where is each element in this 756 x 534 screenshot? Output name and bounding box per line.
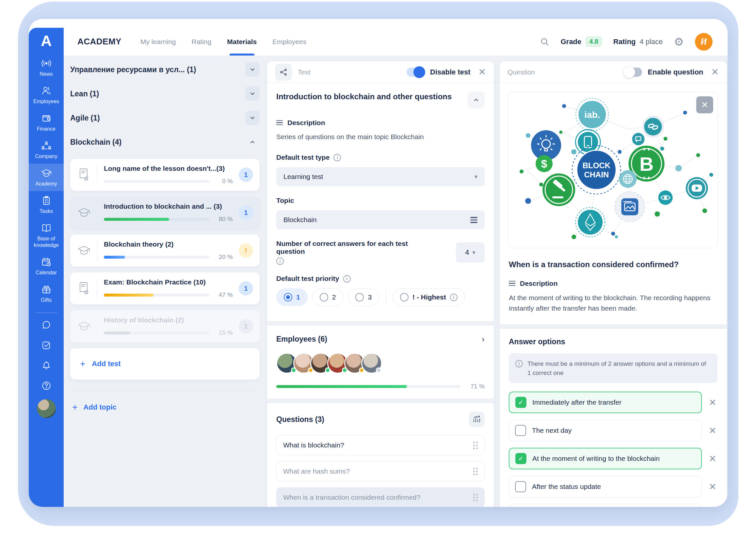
sidebar-item-tasks[interactable]: Tasks [29,191,64,219]
sidebar-item-gifts[interactable]: Gifts [29,280,64,307]
delete-answer-icon[interactable]: ✕ [708,397,717,408]
sidebar: A News Employees Finance Company Academy [29,28,64,507]
add-topic-label: Add topic [83,403,116,412]
dollar-label: $ [541,157,547,170]
expand-button[interactable] [245,62,259,77]
expand-button[interactable] [245,111,259,125]
app-logo[interactable]: A [29,28,64,54]
employee-avatar[interactable] [361,353,382,374]
sidebar-item-base-of-knowledge[interactable]: Base of knowledge [29,219,64,253]
calendar-icon [41,257,52,267]
chart-icon [473,415,481,423]
progress-bar [104,218,169,221]
info-icon[interactable]: i [450,294,458,301]
lesson-card-selected[interactable]: Introduction to blockchain and ... (3) 8… [70,197,259,228]
topic-group-label: Blockchain (4) [70,138,122,147]
add-answer-button[interactable]: Add answer [509,504,702,507]
topic-group-agile[interactable]: Agile (1) [70,110,259,125]
checkbox-checked-icon[interactable]: ✓ [515,453,526,464]
collapse-section-button[interactable] [468,92,485,108]
close-question-panel-icon[interactable]: ✕ [711,67,719,77]
tab-rating[interactable]: Rating [192,28,212,56]
tab-materials[interactable]: Materials [227,28,257,56]
checkbox-icon[interactable] [515,481,526,492]
sidebar-notifications-button[interactable] [29,355,64,376]
close-test-panel-icon[interactable]: ✕ [478,67,486,77]
add-topic-button[interactable]: + Add topic [70,403,259,412]
sidebar-item-finance[interactable]: Finance [29,109,64,136]
disable-test-toggle[interactable] [407,67,424,77]
graduation-cap-icon [75,320,93,333]
question-row-selected[interactable]: When is a transaction considered confirm… [276,487,485,507]
topic-group-resources[interactable]: Управление ресурсами в усл... (1) [70,62,259,77]
questions-section-title: Questions (3) [276,415,324,424]
priority-option-2[interactable]: 2 [312,288,343,306]
search-icon[interactable] [540,37,550,47]
lesson-card[interactable]: Blockchain theory (2) 20 % ! [70,234,259,267]
sidebar-item-calendar[interactable]: Calendar [29,253,64,280]
correct-answers-select[interactable]: 4 ▾ [456,242,485,263]
info-icon[interactable]: i [276,257,284,265]
progress-track [104,294,209,297]
topic-group-lean[interactable]: Lean (1) [70,86,259,101]
info-icon[interactable]: i [334,154,341,161]
lesson-card[interactable]: Exam: Blockchain Practice (10) 47 % 1 [70,272,259,305]
graduation-cap-icon [75,244,93,257]
checkbox-checked-icon[interactable]: ✓ [515,397,526,408]
drag-handle[interactable] [473,494,478,501]
warning-badge: ! [239,243,253,258]
priority-option-1[interactable]: 1 [276,288,308,306]
list-icon[interactable] [470,217,477,223]
lesson-card-disabled[interactable]: History of blockchain (2) 15 % 1 [70,310,259,342]
settings-gear-icon[interactable]: ⚙ [674,36,684,47]
priority-option-highest[interactable]: ! - Highesti [392,288,465,306]
progress-bar [104,256,125,259]
company-avatar[interactable]: И [695,33,713,51]
drag-handle[interactable] [473,441,478,449]
question-row[interactable]: What are hash sums? [276,461,485,481]
question-row[interactable]: What is blockchain? [276,435,485,455]
answer-row: ✓ At the moment of writing to the blockc… [509,448,717,469]
rating-indicator: Rating 4 place [613,38,662,46]
answer-option[interactable]: ✓ Immediately after the transfer [509,391,702,413]
topic-field-label: Topic [276,197,294,204]
info-icon[interactable]: i [343,275,351,282]
enable-question-toggle[interactable] [624,67,642,77]
expand-button[interactable] [245,87,259,101]
progress-track [104,256,209,259]
employees-section: Employees (6) › 71 % [267,326,494,398]
delete-answer-icon[interactable]: ✕ [708,425,717,436]
lesson-card[interactable]: Long name of the lesson doesn't...(3) 0 … [70,159,259,191]
sidebar-approvals-button[interactable] [29,335,64,355]
sidebar-item-academy[interactable]: Academy [29,164,64,191]
topic-input[interactable]: Blockchain [276,210,485,229]
priority-option-3[interactable]: 3 [348,288,379,306]
remove-image-button[interactable]: ✕ [696,96,713,113]
divider [97,202,97,223]
sidebar-chat-button[interactable] [29,315,64,335]
sidebar-item-company[interactable]: Company [29,136,64,164]
answer-option[interactable]: ✓ At the moment of writing to the blockc… [509,448,702,469]
add-test-button[interactable]: + Add test [70,348,259,380]
sidebar-item-employees[interactable]: Employees [29,81,64,109]
chevron-right-icon[interactable]: › [482,334,485,344]
delete-answer-icon[interactable]: ✕ [708,453,717,464]
current-user-avatar[interactable] [37,399,56,418]
drag-handle[interactable] [473,468,478,475]
topic-group-blockchain[interactable]: Blockchain (4) [70,135,259,149]
priority-radio-group: 1 2 3 ! - Highesti [276,288,485,306]
question-title: When is a transaction considered confirm… [509,259,717,270]
statistics-button[interactable] [469,412,485,427]
share-button[interactable] [275,64,292,81]
test-type-select[interactable]: Learning test ▾ [276,167,485,186]
delete-answer-icon[interactable]: ✕ [708,481,717,492]
answer-option[interactable]: The next day [509,420,702,441]
tab-my-learning[interactable]: My learning [140,28,176,56]
sidebar-item-news[interactable]: News [29,54,64,81]
checkbox-icon[interactable] [515,425,526,436]
chevron-up-icon [249,139,256,145]
tab-employees[interactable]: Employees [272,28,306,56]
sidebar-help-button[interactable] [29,376,64,396]
collapse-button[interactable] [245,135,259,149]
answer-option[interactable]: After the status update [509,476,702,497]
